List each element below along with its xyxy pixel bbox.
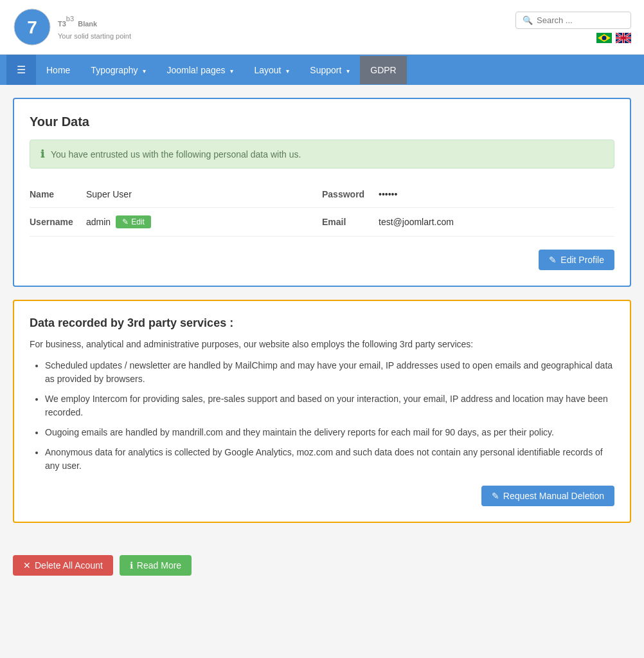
delete-account-button[interactable]: ✕ Delete All Acount <box>13 555 113 576</box>
data-table: Name Super User Password •••••• Username… <box>30 181 614 237</box>
nav-item-support[interactable]: Support ▾ <box>300 56 360 84</box>
username-cell: Username admin ✎ Edit <box>30 215 322 228</box>
nav-link-typography[interactable]: Typography ▾ <box>80 56 156 84</box>
email-value: test@joomlart.com <box>379 217 454 227</box>
read-more-icon: ℹ <box>130 560 133 571</box>
search-input[interactable] <box>537 15 624 25</box>
logo-text: T3b3 Blank Your solid starting point <box>58 14 131 41</box>
name-row: Name Super User Password •••••• <box>30 181 614 208</box>
search-box[interactable]: 🔍 <box>515 12 631 29</box>
your-data-card: Your Data ℹ You have entrusted us with t… <box>13 98 631 287</box>
svg-point-4 <box>602 35 607 40</box>
nav-item-typography[interactable]: Typography ▾ <box>80 56 156 84</box>
svg-text:7: 7 <box>27 17 37 37</box>
email-cell: Email test@joomlart.com <box>322 215 614 228</box>
layout-dropdown-arrow: ▾ <box>286 68 289 75</box>
delete-icon: ✕ <box>23 560 31 571</box>
alert-info: ℹ You have entrusted us with the followi… <box>30 140 614 169</box>
edit-profile-actions: ✎ Edit Profile <box>30 250 614 270</box>
edit-profile-button[interactable]: ✎ Edit Profile <box>539 250 614 270</box>
header: 7 T3b3 Blank Your solid starting point 🔍 <box>0 0 644 55</box>
edit-pencil-icon: ✎ <box>122 217 129 226</box>
password-cell: Password •••••• <box>322 189 614 199</box>
flag-icons <box>596 33 631 43</box>
uk-flag-icon <box>616 33 631 43</box>
nav-items: Home Typography ▾ Joomla! pages ▾ Layout… <box>36 56 407 84</box>
read-more-button[interactable]: ℹ Read More <box>120 555 192 576</box>
nav-link-support[interactable]: Support ▾ <box>300 56 360 84</box>
list-item: We employ Intercom for providing sales, … <box>45 392 614 419</box>
edit-username-button[interactable]: ✎ Edit <box>116 215 151 228</box>
third-party-list: Scheduled updates / newsletter are handl… <box>30 359 614 473</box>
nav-item-layout[interactable]: Layout ▾ <box>244 56 300 84</box>
nav-link-layout[interactable]: Layout ▾ <box>244 56 300 84</box>
deletion-actions: ✎ Request Manual Deletion <box>30 486 614 506</box>
brazil-flag-icon <box>596 33 612 43</box>
username-value: admin <box>86 217 111 227</box>
your-data-title: Your Data <box>30 114 614 129</box>
nav-link-gdpr[interactable]: GDPR <box>360 56 406 84</box>
request-deletion-button[interactable]: ✎ Request Manual Deletion <box>481 486 614 506</box>
list-item: Scheduled updates / newsletter are handl… <box>45 359 614 386</box>
logo-area: 7 T3b3 Blank Your solid starting point <box>13 8 131 46</box>
list-item: Anonymous data for analytics is collecte… <box>45 446 614 473</box>
nav-link-joomla[interactable]: Joomla! pages ▾ <box>156 56 244 84</box>
alert-text: You have entrusted us with the following… <box>51 149 301 160</box>
site-title: T3b3 Blank <box>58 14 131 30</box>
username-label: Username <box>30 217 81 227</box>
joomla-dropdown-arrow: ▾ <box>230 68 233 75</box>
site-tagline: Your solid starting point <box>58 32 131 40</box>
bottom-buttons: ✕ Delete All Acount ℹ Read More <box>0 549 644 582</box>
username-row: Username admin ✎ Edit Email test@joomlar… <box>30 208 614 237</box>
edit-profile-icon: ✎ <box>549 255 557 265</box>
hamburger-button[interactable]: ☰ <box>6 55 36 85</box>
list-item: Ougoing emails are handled by mandrill.c… <box>45 426 614 439</box>
search-icon: 🔍 <box>523 15 533 25</box>
password-value: •••••• <box>379 189 397 199</box>
nav-item-joomla[interactable]: Joomla! pages ▾ <box>156 56 244 84</box>
email-label: Email <box>322 217 373 227</box>
info-icon: ℹ <box>40 148 44 160</box>
main-content: Your Data ℹ You have entrusted us with t… <box>0 85 644 549</box>
deletion-icon: ✎ <box>492 491 499 501</box>
name-cell: Name Super User <box>30 189 322 199</box>
name-value: Super User <box>86 189 132 199</box>
password-label: Password <box>322 189 373 199</box>
nav-item-home[interactable]: Home <box>36 56 80 84</box>
navbar: ☰ Home Typography ▾ Joomla! pages ▾ Layo… <box>0 55 644 85</box>
logo-icon: 7 <box>13 8 51 46</box>
header-right: 🔍 <box>515 12 631 43</box>
typography-dropdown-arrow: ▾ <box>143 68 146 75</box>
third-party-title: Data recorded by 3rd party services : <box>30 316 614 330</box>
nav-link-home[interactable]: Home <box>36 56 80 84</box>
name-label: Name <box>30 189 81 199</box>
nav-item-gdpr[interactable]: GDPR <box>360 56 406 84</box>
support-dropdown-arrow: ▾ <box>346 68 350 75</box>
third-party-intro: For business, analytical and administrat… <box>30 338 614 351</box>
third-party-card: Data recorded by 3rd party services : Fo… <box>13 300 631 523</box>
